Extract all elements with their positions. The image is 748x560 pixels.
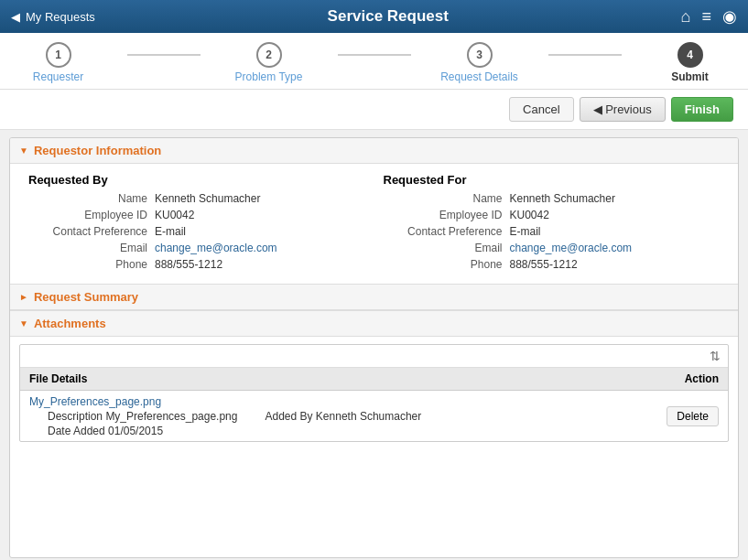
header-icons: ⌂ ≡ ◉ xyxy=(681,6,737,27)
step-3: 3 Request Details xyxy=(411,42,548,83)
step-line-3 xyxy=(548,54,622,56)
added-by-label: Added By xyxy=(265,410,312,423)
prev-arrow-icon: ◀ xyxy=(593,102,606,116)
page-title: Service Request xyxy=(95,7,681,26)
requested-for-col: Requested For Name Kenneth Schumacher Em… xyxy=(384,173,721,275)
attach-table: File Details Action My_Preferences_page.… xyxy=(20,368,728,441)
requestor-info-grid: Requested By Name Kenneth Schumacher Emp… xyxy=(10,164,738,284)
action-col-header: Action xyxy=(624,368,728,391)
step-line-1 xyxy=(127,54,201,56)
req-by-name-value: Kenneth Schumacher xyxy=(155,192,260,205)
req-for-empid-label: Employee ID xyxy=(384,209,503,221)
req-for-contact-label: Contact Preference xyxy=(384,225,503,238)
attach-description: Description My_Preferences_page.png xyxy=(48,410,237,423)
step-1-circle: 1 xyxy=(46,42,71,68)
description-label: Description xyxy=(48,410,103,423)
req-for-empid-row: Employee ID KU0042 xyxy=(384,209,721,221)
finish-button[interactable]: Finish xyxy=(671,97,733,122)
requestor-section-header[interactable]: ▼ Requestor Information xyxy=(10,138,738,164)
req-for-email-value: change_me@oracle.com xyxy=(510,242,633,254)
delete-button[interactable]: Delete xyxy=(667,406,719,426)
req-for-name-row: Name Kenneth Schumacher xyxy=(384,192,721,205)
step-3-label: Request Details xyxy=(440,70,518,83)
action-bar: Cancel ◀ Previous Finish xyxy=(0,90,748,130)
attach-added-by: Added By Kenneth Schumacher xyxy=(265,410,421,423)
req-for-contact-value: E-mail xyxy=(510,225,541,238)
req-by-contact-value: E-mail xyxy=(155,225,186,238)
added-by-value: Kenneth Schumacher xyxy=(316,410,421,423)
step-4-circle: 4 xyxy=(678,42,703,68)
user-icon[interactable]: ◉ xyxy=(722,6,737,27)
req-for-email-label: Email xyxy=(384,242,503,254)
home-icon[interactable]: ⌂ xyxy=(681,7,691,27)
step-2: 2 Problem Type xyxy=(201,42,338,83)
step-1: 1 Requester xyxy=(0,42,127,83)
step-line-2 xyxy=(338,54,411,56)
step-3-circle: 3 xyxy=(467,42,493,68)
main-content: ▼ Requestor Information Requested By Nam… xyxy=(9,137,739,558)
req-by-phone-row: Phone 888/555-1212 xyxy=(28,258,365,271)
attach-date-added: Date Added 01/05/2015 xyxy=(48,425,163,437)
request-summary-header[interactable]: ► Request Summary xyxy=(10,285,738,310)
request-summary-title: Request Summary xyxy=(34,290,138,304)
step-2-circle: 2 xyxy=(256,42,282,68)
req-by-empid-label: Employee ID xyxy=(28,209,147,221)
step-group: 1 Requester 2 Problem Type 3 Request Det… xyxy=(0,42,748,83)
requested-by-col: Requested By Name Kenneth Schumacher Emp… xyxy=(28,173,365,275)
step-2-label: Problem Type xyxy=(235,70,303,83)
req-by-email-value: change_me@oracle.com xyxy=(155,242,277,254)
attach-date-row: Date Added 01/05/2015 xyxy=(29,425,615,437)
req-for-contact-row: Contact Preference E-mail xyxy=(384,225,721,238)
attach-action-cell: Delete xyxy=(624,391,728,442)
req-by-phone-value: 888/555-1212 xyxy=(155,258,222,271)
steps-bar: 1 Requester 2 Problem Type 3 Request Det… xyxy=(0,33,748,90)
step-1-label: Requester xyxy=(33,70,83,83)
attachments-container: ⇅ File Details Action My_Preferences_pag… xyxy=(19,344,729,442)
step-4: 4 Submit xyxy=(622,42,749,83)
cancel-button[interactable]: Cancel xyxy=(509,97,573,122)
file-details-col-header: File Details xyxy=(20,368,624,391)
requestor-section-title: Requestor Information xyxy=(34,144,161,157)
date-added-label: Date Added xyxy=(48,425,105,437)
req-by-phone-label: Phone xyxy=(28,258,147,271)
req-for-empid-value: KU0042 xyxy=(510,209,549,221)
description-value: My_Preferences_page.png xyxy=(105,410,237,423)
requested-by-heading: Requested By xyxy=(28,173,365,187)
collapse-triangle-icon: ▼ xyxy=(19,145,28,156)
attach-file-link[interactable]: My_Preferences_page.png xyxy=(29,395,161,408)
attach-meta: Description My_Preferences_page.png Adde… xyxy=(29,410,615,423)
date-added-value: 01/05/2015 xyxy=(108,425,163,437)
requested-for-heading: Requested For xyxy=(384,173,721,187)
attachments-section-header[interactable]: ▼ Attachments xyxy=(10,311,738,337)
menu-icon[interactable]: ≡ xyxy=(701,7,711,27)
attach-file-cell: My_Preferences_page.png Description My_P… xyxy=(20,391,624,442)
req-by-email-label: Email xyxy=(28,242,147,254)
req-by-empid-row: Employee ID KU0042 xyxy=(28,209,365,221)
req-for-email-row: Email change_me@oracle.com xyxy=(384,242,721,254)
back-link[interactable]: ◀ My Requests xyxy=(11,10,95,24)
req-for-name-value: Kenneth Schumacher xyxy=(510,192,615,205)
table-row: My_Preferences_page.png Description My_P… xyxy=(20,391,728,442)
expand-triangle-icon: ► xyxy=(19,292,28,302)
req-for-phone-label: Phone xyxy=(384,258,503,271)
req-for-phone-value: 888/555-1212 xyxy=(510,258,578,271)
req-by-empid-value: KU0042 xyxy=(155,209,194,221)
req-for-phone-row: Phone 888/555-1212 xyxy=(384,258,721,271)
req-by-contact-label: Contact Preference xyxy=(28,225,147,238)
attach-table-header-row: File Details Action xyxy=(20,368,728,391)
req-by-contact-row: Contact Preference E-mail xyxy=(28,225,365,238)
attachments-triangle-icon: ▼ xyxy=(19,318,28,328)
back-label: My Requests xyxy=(26,10,95,24)
sort-icon[interactable]: ⇅ xyxy=(710,349,721,363)
attachments-title: Attachments xyxy=(34,317,106,330)
req-by-name-row: Name Kenneth Schumacher xyxy=(28,192,365,205)
page-header: ◀ My Requests Service Request ⌂ ≡ ◉ xyxy=(0,0,748,33)
previous-button[interactable]: ◀ Previous xyxy=(580,97,666,122)
back-arrow-icon: ◀ xyxy=(11,10,20,24)
step-4-label: Submit xyxy=(671,70,709,83)
req-by-email-row: Email change_me@oracle.com xyxy=(28,242,365,254)
attach-toolbar: ⇅ xyxy=(20,345,728,368)
req-for-name-label: Name xyxy=(384,192,503,205)
req-for-email-link[interactable]: change_me@oracle.com xyxy=(510,242,633,254)
req-by-email-link[interactable]: change_me@oracle.com xyxy=(155,242,277,254)
